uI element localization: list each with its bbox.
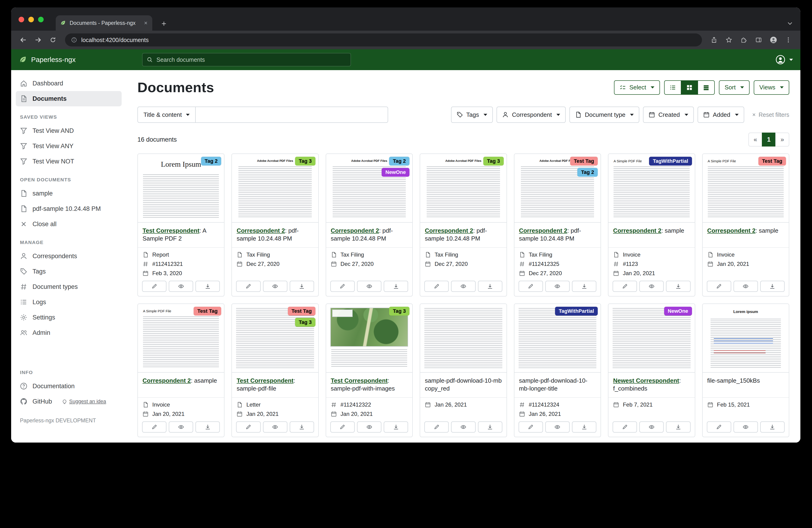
minimize-window-button[interactable] <box>28 17 34 22</box>
back-button[interactable] <box>17 33 30 46</box>
sidebar-item-document-types[interactable]: Document types <box>11 279 126 295</box>
download-button[interactable] <box>384 422 408 432</box>
browser-profile-button[interactable] <box>767 33 780 46</box>
document-card[interactable]: Lorem ipsumfile-sample_150kBsFeb 15, 202… <box>702 303 789 437</box>
document-thumbnail[interactable]: Lorem ipsum <box>703 304 789 373</box>
tag-badge-test-tag[interactable]: Test Tag <box>193 307 221 316</box>
filter-created-button[interactable]: Created <box>643 106 694 123</box>
correspondent-link[interactable]: Newest Correspondent <box>613 377 679 384</box>
view-button[interactable] <box>263 281 287 292</box>
edit-button[interactable] <box>707 422 731 432</box>
view-button[interactable] <box>545 422 570 432</box>
edit-button[interactable] <box>236 281 260 292</box>
edit-button[interactable] <box>707 281 731 292</box>
document-thumbnail[interactable]: NewOne <box>608 304 695 373</box>
edit-button[interactable] <box>236 422 260 432</box>
sidebar-item-pdf-sample-10-24-48-pm[interactable]: pdf-sample 10.24.48 PM <box>11 201 126 216</box>
new-tab-button[interactable] <box>161 20 167 27</box>
document-card[interactable]: A Simple PDF FileTagWithPartialCorrespon… <box>608 154 695 297</box>
document-thumbnail[interactable]: Adobe Acrobat PDF FilesTag 3 <box>232 154 318 223</box>
document-thumbnail[interactable]: TagWithPartial <box>514 304 600 373</box>
document-card[interactable]: TagWithPartialsample-pdf-download-10-mb-… <box>514 303 601 437</box>
correspondent-link[interactable]: Correspondent 2 <box>425 227 473 234</box>
document-card[interactable]: A Simple PDF FileTest TagCorrespondent 2… <box>702 154 789 297</box>
document-thumbnail[interactable]: Adobe Acrobat PDF FilesTag 2NewOne <box>326 154 412 223</box>
view-button[interactable] <box>639 281 664 292</box>
correspondent-link[interactable]: Correspondent 2 <box>331 227 379 234</box>
side-panel-button[interactable] <box>752 33 765 46</box>
bookmark-button[interactable] <box>722 33 735 46</box>
pagination-page-1-button[interactable]: 1 <box>762 132 776 146</box>
tag-badge-newone[interactable]: NewOne <box>664 307 692 316</box>
tag-badge-tag-2[interactable]: Tag 2 <box>201 157 221 166</box>
tag-badge-tag-3[interactable]: Tag 3 <box>483 157 504 166</box>
download-button[interactable] <box>478 281 502 292</box>
sidebar-item-tags[interactable]: Tags <box>11 264 126 279</box>
edit-button[interactable] <box>519 281 543 292</box>
correspondent-link[interactable]: Correspondent 2 <box>519 227 567 234</box>
document-card[interactable]: Adobe Acrobat PDF FilesTag 2NewOneCorres… <box>326 154 413 297</box>
document-thumbnail[interactable]: Test TagTag 3 <box>232 304 318 373</box>
select-button[interactable]: Select <box>614 80 660 95</box>
correspondent-link[interactable]: Test Correspondent <box>143 227 199 234</box>
correspondent-link[interactable]: Correspondent 2 <box>236 227 285 234</box>
edit-button[interactable] <box>613 422 637 432</box>
global-search[interactable] <box>142 53 351 67</box>
view-button[interactable] <box>263 422 287 432</box>
view-button[interactable] <box>357 422 381 432</box>
download-button[interactable] <box>666 422 690 432</box>
detail-view-button[interactable] <box>698 80 715 95</box>
tag-badge-tag-3[interactable]: Tag 3 <box>389 307 409 316</box>
sidebar-item-correspondents[interactable]: Correspondents <box>11 248 126 264</box>
close-window-button[interactable] <box>18 17 24 22</box>
download-button[interactable] <box>290 281 314 292</box>
document-thumbnail[interactable]: Lorem IpsumTag 2 <box>138 154 224 223</box>
forward-button[interactable] <box>32 33 45 46</box>
app-logo[interactable]: Paperless-ngx <box>18 56 142 64</box>
views-button[interactable]: Views <box>754 80 789 95</box>
tag-badge-test-tag[interactable]: Test Tag <box>570 157 598 166</box>
view-button[interactable] <box>451 281 475 292</box>
edit-button[interactable] <box>330 422 355 432</box>
document-card[interactable]: Lorem IpsumTag 2Test Correspondent: A Sa… <box>137 154 224 297</box>
download-button[interactable] <box>384 281 408 292</box>
list-view-button[interactable] <box>664 80 681 95</box>
tab-close-icon[interactable] <box>143 21 148 25</box>
correspondent-link[interactable]: Test Correspondent <box>331 377 388 384</box>
correspondent-link[interactable]: Correspondent 2 <box>613 227 661 234</box>
download-button[interactable] <box>478 422 502 432</box>
address-bar[interactable]: localhost:4200/documents <box>65 33 702 46</box>
sidebar-item-documentation[interactable]: Documentation <box>11 379 126 394</box>
maximize-window-button[interactable] <box>38 17 44 22</box>
share-button[interactable] <box>708 33 721 46</box>
sidebar-item-settings[interactable]: Settings <box>11 310 126 325</box>
document-thumbnail[interactable]: A Simple PDF FileTest Tag <box>703 154 789 223</box>
reset-filters-button[interactable]: Reset filters <box>752 112 789 118</box>
tag-badge-test-tag[interactable]: Test Tag <box>758 157 786 166</box>
tag-badge-tagwithpartial[interactable]: TagWithPartial <box>649 157 692 166</box>
view-button[interactable] <box>734 422 758 432</box>
view-button[interactable] <box>169 422 193 432</box>
sidebar-item-test-view-and[interactable]: Test View AND <box>11 123 126 138</box>
correspondent-link[interactable]: Correspondent 2 <box>707 227 756 234</box>
sort-button[interactable]: Sort <box>719 80 750 95</box>
document-card[interactable]: sample-pdf-download-10-mb copy_redJan 26… <box>420 303 507 437</box>
view-button[interactable] <box>451 422 475 432</box>
edit-button[interactable] <box>519 422 543 432</box>
title-content-filter-input[interactable] <box>196 106 388 123</box>
filter-field-dropdown[interactable]: Title & content <box>137 106 196 123</box>
document-thumbnail[interactable] <box>420 304 506 373</box>
edit-button[interactable] <box>142 422 166 432</box>
download-button[interactable] <box>195 422 220 432</box>
download-button[interactable] <box>760 281 785 292</box>
view-button[interactable] <box>169 281 193 292</box>
download-button[interactable] <box>290 422 314 432</box>
download-button[interactable] <box>666 281 690 292</box>
document-card[interactable]: Tag 3Test Correspondent: sample-pdf-with… <box>326 303 413 437</box>
document-card[interactable]: Adobe Acrobat PDF FilesTag 3Corresponden… <box>420 154 507 297</box>
grid-view-button[interactable] <box>681 80 698 95</box>
reload-button[interactable] <box>46 33 59 46</box>
sidebar-item-github[interactable]: GitHubSuggest an idea <box>11 394 126 409</box>
edit-button[interactable] <box>142 281 166 292</box>
edit-button[interactable] <box>613 281 637 292</box>
